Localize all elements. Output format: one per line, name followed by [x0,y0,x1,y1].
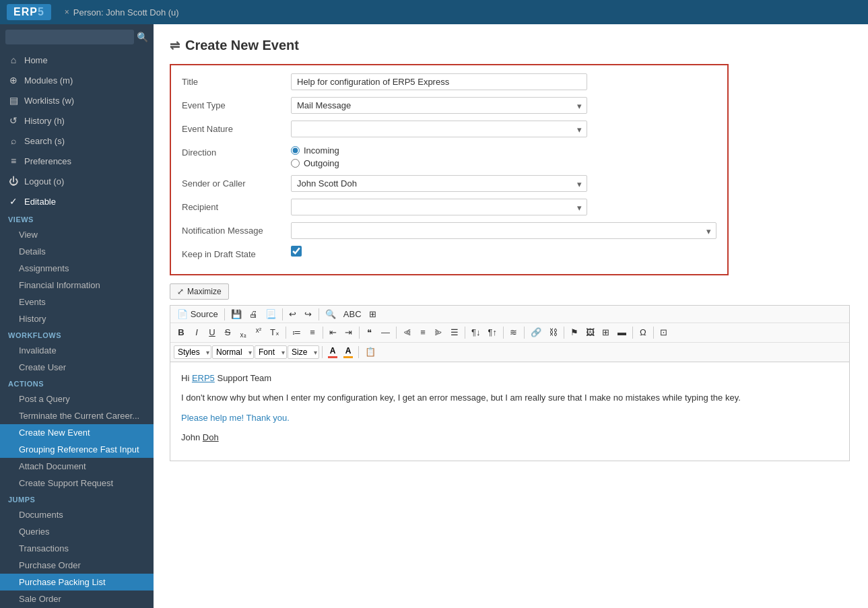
save-button[interactable]: 💾 [228,308,245,320]
sidebar-item-sale-order[interactable]: Sale Order [0,590,154,607]
font-select[interactable]: Font [255,345,287,359]
size-select[interactable]: Size [288,345,319,359]
strikethrough-button[interactable]: S [220,326,235,339]
sidebar-item-editable[interactable]: ✓ Editable [0,191,154,211]
tab-person[interactable]: × Person: John Scott Doh (u) [58,5,186,20]
indent-button[interactable]: ⇥ [341,326,356,339]
omega-button[interactable]: Ω [636,326,650,339]
show-blocks-button[interactable]: ⊡ [657,326,671,339]
font-color-button[interactable]: A [325,345,340,360]
sidebar-item-attach-doc[interactable]: Attach Document [0,458,154,475]
rtl-button[interactable]: ¶↑ [484,326,500,339]
actions-section-header: ACTIONS [0,376,154,391]
sidebar-item-grouping-ref[interactable]: Grouping Reference Fast Input [0,441,154,458]
ordered-list-button[interactable]: ≔ [289,326,304,339]
direction-incoming-radio[interactable] [291,146,300,155]
sidebar-item-assignments[interactable]: Assignments [0,260,154,277]
sidebar-item-financial-info[interactable]: Financial Information [0,277,154,294]
sidebar-item-post-query[interactable]: Post a Query [0,391,154,407]
direction-outgoing-label[interactable]: Outgoing [291,158,716,168]
recipient-select[interactable] [291,199,587,215]
align-left-button[interactable]: ⫷ [399,326,415,339]
print-button[interactable]: 🖨 [246,308,261,320]
italic-button[interactable]: I [189,326,204,339]
normal-select[interactable]: Normal [212,345,254,359]
search-input[interactable] [5,30,134,44]
editor-content[interactable]: Hi ERP5 Support Team I don't know why bu… [170,362,850,461]
title-input[interactable] [291,73,587,90]
sidebar-item-transactions[interactable]: Transactions [0,540,154,557]
unlink-button[interactable]: ⛓ [545,326,561,339]
event-nature-select[interactable] [291,121,587,137]
align-right-button[interactable]: ⫸ [431,326,446,339]
sidebar-item-worklists[interactable]: ▤ Worklists (w) [0,90,154,110]
image-button[interactable]: 🖼 [582,326,598,339]
redo-button[interactable]: ↪ [301,308,316,320]
sender-select[interactable]: John Scott Doh [291,175,587,192]
copy-format-button[interactable]: 📋 [362,345,379,358]
superscript-button[interactable]: x² [251,325,266,339]
table2-button[interactable]: ⊞ [599,326,613,339]
logo[interactable]: ERP5 [7,4,51,20]
find-button[interactable]: 🔍 [322,308,339,320]
ltr-button[interactable]: ¶↓ [468,326,483,339]
table-button[interactable]: ⊞ [366,308,380,320]
sidebar-item-preferences[interactable]: ≡ Preferences [0,151,154,171]
sidebar-item-create-event[interactable]: Create New Event [0,424,154,441]
event-type-select[interactable]: Mail Message Phone Call Web Message Note [291,97,587,114]
erp5-link[interactable]: ERP5 [192,373,215,383]
sidebar-item-home[interactable]: ⌂ Home [0,50,154,70]
align-center-button[interactable]: ≡ [415,326,430,339]
page-title-wrap: ⇌ Create New Event [170,38,852,53]
sidebar-item-logout[interactable]: ⏻ Logout (o) [0,171,154,191]
sidebar-item-support-request[interactable]: Create Support Request [0,475,154,492]
sidebar-item-create-user[interactable]: Create User [0,359,154,376]
sidebar-item-terminate-career[interactable]: Terminate the Current Career... [0,407,154,424]
styles-2-button[interactable]: ≋ [506,326,521,339]
remove-format-button[interactable]: Tₓ [267,326,283,339]
notification-input[interactable] [291,222,716,239]
underline-button[interactable]: U [205,326,220,339]
sidebar-item-events[interactable]: Events [0,294,154,310]
font-color-bar [328,356,337,358]
sidebar-item-purchase-packing-list[interactable]: Purchase Packing List [0,574,154,590]
sidebar-item-modules[interactable]: ⊕ Modules (m) [0,70,154,90]
sidebar-item-documents[interactable]: Documents [0,506,154,523]
sidebar-item-history[interactable]: History [0,310,154,327]
sidebar-item-history-h[interactable]: ↺ History (h) [0,110,154,131]
tab-close-icon[interactable]: × [65,7,69,17]
sidebar-item-details[interactable]: Details [0,243,154,260]
template-button[interactable]: 📃 [262,308,279,320]
styles-select[interactable]: Styles [174,345,211,359]
link-button[interactable]: 🔗 [527,326,545,339]
blockquote-button[interactable]: ❝ [362,326,377,339]
hr-button[interactable]: ▬ [614,326,630,339]
divider-button[interactable]: — [378,326,393,339]
subscript-button[interactable]: x₂ [236,325,251,340]
source-button[interactable]: 📄 Source [174,308,222,320]
sidebar-item-search[interactable]: ⌕ Search (s) [0,131,154,151]
form-row-event-nature: Event Nature [182,121,716,137]
search-button[interactable]: 🔍 [137,32,148,42]
sidebar-search-wrap: 🔍 [0,24,154,50]
sidebar-item-queries[interactable]: Queries [0,523,154,540]
sidebar-item-label: Home [24,55,48,65]
jumps-section-header: JUMPS [0,492,154,506]
draft-checkbox[interactable] [291,246,302,257]
sidebar-item-view[interactable]: View [0,226,154,243]
direction-outgoing-radio[interactable] [291,159,300,168]
undo-button[interactable]: ↩ [286,308,300,320]
bold-button[interactable]: B [174,326,189,339]
outdent-button[interactable]: ⇤ [326,326,341,339]
bg-color-button[interactable]: A [341,345,356,360]
unordered-list-button[interactable]: ≡ [305,326,320,339]
sidebar-item-invalidate[interactable]: Invalidate [0,342,154,359]
sidebar-item-purchase-order[interactable]: Purchase Order [0,557,154,574]
direction-incoming-label[interactable]: Incoming [291,145,716,156]
styles-select-wrap: Styles [174,345,211,359]
maximize-button[interactable]: ⤢ Maximize [170,283,229,300]
align-justify-button[interactable]: ☰ [447,326,462,339]
spell-button[interactable]: ABC [340,308,365,320]
anchor-button[interactable]: ⚑ [567,326,582,339]
separator-9 [503,327,504,339]
